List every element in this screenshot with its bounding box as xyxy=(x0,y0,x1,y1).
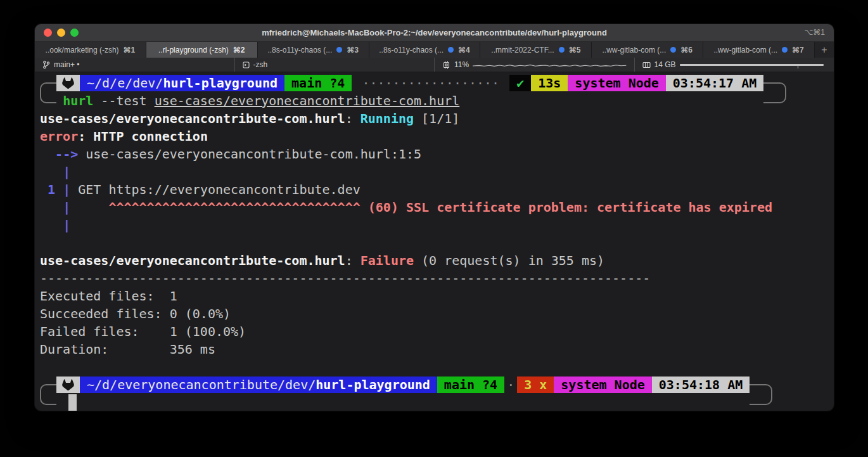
prompt-frame-left xyxy=(40,384,56,405)
window-title: mfriedrich@Michaels-MacBook-Pro-2:~/dev/… xyxy=(35,24,834,41)
time-segment: 03:54:18 AM xyxy=(652,377,750,393)
tab-shortcut: ⌘2 xyxy=(233,46,245,55)
tab-label: ..ww-gitlab-com (... xyxy=(713,46,777,55)
tab-activity-dot-icon xyxy=(448,47,454,53)
tab-label: ..rl-playground (-zsh) xyxy=(158,46,229,55)
prompt-frame-right xyxy=(750,384,772,405)
terminal-window: mfriedrich@Michaels-MacBook-Pro-2:~/dev/… xyxy=(35,24,834,411)
terminal-line: | ^^^^^^^^^^^^^^^^^^^^^^^^^^^^^^^^^ (60)… xyxy=(40,198,829,216)
terminal-line: | xyxy=(40,216,829,234)
duration-segment: 13s xyxy=(531,75,568,91)
terminal-line: --> use-cases/everyonecancontribute-com.… xyxy=(40,145,829,163)
tab-shortcut: ⌘6 xyxy=(680,46,692,55)
terminal-line: Failed files: 1 (100.0%) xyxy=(40,323,829,340)
tab-5[interactable]: ..mmit-2022-CTF...⌘5 xyxy=(480,42,592,58)
tab-label: ..8s-o11y-chaos (... xyxy=(379,46,444,55)
prompt2-row: ~/d/everyonecancontribute/dev/hurl-playg… xyxy=(40,376,829,394)
cwd-segment: ~/d/e/dev/hurl-playground xyxy=(80,75,284,91)
statusbar-cpu: 11% xyxy=(434,58,634,72)
terminal-line: use-cases/everyonecancontribute-com.hurl… xyxy=(40,110,829,127)
tab-bar: ..ook/marketing (-zsh)⌘1..rl-playground … xyxy=(35,42,834,58)
tab-4[interactable]: ..8s-o11y-chaos (...⌘4 xyxy=(369,42,481,58)
exit-ok-segment: ✔ xyxy=(509,75,531,91)
git-branch-icon xyxy=(42,60,50,69)
tab-activity-dot-icon xyxy=(670,47,676,53)
filler-dots: ·················· xyxy=(352,75,509,91)
cpu-icon xyxy=(442,61,450,69)
exit-error-segment: 3 x xyxy=(517,377,554,393)
prompt1-row: ~/d/e/dev/hurl-playgroundmain ?4 ·······… xyxy=(40,74,829,92)
statusbar-memory: 14 GB xyxy=(634,58,834,72)
tab-shortcut: ⌘1 xyxy=(124,46,136,55)
tab-activity-dot-icon xyxy=(336,47,342,53)
tab-shortcut: ⌘7 xyxy=(792,46,804,55)
window-shortcut-badge: ⌥⌘1 xyxy=(804,24,825,41)
prompt-frame-left xyxy=(40,82,56,103)
node-version-segment: system Node xyxy=(568,75,665,91)
time-segment: 03:54:17 AM xyxy=(666,75,763,91)
terminal-line xyxy=(40,234,829,252)
git-status-segment: main ?4 xyxy=(437,377,504,393)
tab-shortcut: ⌘4 xyxy=(458,46,470,55)
input-line[interactable] xyxy=(40,394,829,411)
terminal-line: Executed files: 1 xyxy=(40,287,829,305)
tab-label: ..mmit-2022-CTF... xyxy=(491,46,554,55)
shell-job-icon xyxy=(243,61,250,69)
gitlab-tanuki-icon xyxy=(56,75,80,91)
cpu-percent-label: 11% xyxy=(454,60,469,69)
memory-usage-bar xyxy=(680,62,824,67)
statusbar-job: -zsh xyxy=(234,58,435,72)
tab-1[interactable]: ..ook/marketing (-zsh)⌘1 xyxy=(35,42,146,58)
prompt-frame-right xyxy=(763,82,786,103)
tab-7[interactable]: ..ww-gitlab-com (...⌘7 xyxy=(703,42,815,58)
tab-2[interactable]: ..rl-playground (-zsh)⌘2 xyxy=(146,42,258,58)
terminal-line: Succeeded files: 0 (0.0%) xyxy=(40,305,829,323)
statusbar-git: main+ • xyxy=(35,58,234,72)
tab-shortcut: ⌘5 xyxy=(569,46,581,55)
title-bar[interactable]: mfriedrich@Michaels-MacBook-Pro-2:~/dev/… xyxy=(35,24,834,42)
terminal-line: hurl --test use-cases/everyonecancontrib… xyxy=(40,92,829,110)
cpu-sparkline xyxy=(473,61,626,68)
node-version-segment: system Node xyxy=(554,377,651,393)
memory-label: 14 GB xyxy=(654,60,676,69)
terminal-line: Duration: 356 ms xyxy=(40,340,829,358)
terminal-line: use-cases/everyonecancontribute-com.hurl… xyxy=(40,252,829,269)
tab-label: ..ook/marketing (-zsh) xyxy=(46,46,119,55)
terminal-line xyxy=(40,358,829,376)
terminal-line: error: HTTP connection xyxy=(40,127,829,145)
status-bar: main+ • -zsh 11% xyxy=(35,58,834,72)
terminal-output: ~/d/e/dev/hurl-playgroundmain ?4 ·······… xyxy=(35,72,834,411)
git-status-segment: main ?4 xyxy=(284,75,352,91)
tab-label: ..ww-gitlab-com (... xyxy=(603,46,667,55)
gitlab-tanuki-icon xyxy=(56,377,80,393)
cwd-segment: ~/d/everyonecancontribute/dev/hurl-playg… xyxy=(80,377,437,393)
filler-dots: · xyxy=(504,377,517,393)
tab-6[interactable]: ..ww-gitlab-com (...⌘6 xyxy=(592,42,703,58)
terminal-line: ----------------------------------------… xyxy=(40,269,829,287)
memory-icon xyxy=(642,61,651,68)
terminal-line: | xyxy=(40,163,829,181)
git-branch-label: main+ • xyxy=(54,60,80,69)
tab-shortcut: ⌘3 xyxy=(347,46,359,55)
shell-job-label: -zsh xyxy=(253,60,268,69)
tab-activity-dot-icon xyxy=(559,47,565,53)
tab-3[interactable]: ..8s-o11y-chaos (...⌘3 xyxy=(258,42,369,58)
tab-activity-dot-icon xyxy=(782,47,788,53)
block-cursor xyxy=(68,394,77,411)
terminal-line: 1 | GET https://everyonecancontribute.de… xyxy=(40,181,829,198)
new-tab-button[interactable]: + xyxy=(815,42,834,58)
tab-label: ..8s-o11y-chaos (... xyxy=(267,46,332,55)
